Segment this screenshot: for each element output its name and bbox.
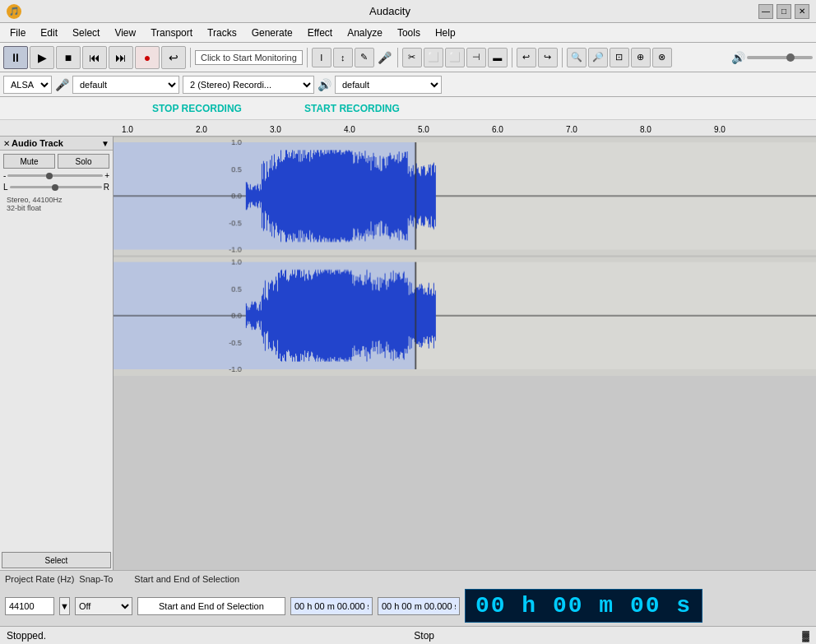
- gain-slider-thumb[interactable]: [46, 173, 53, 179]
- track-close-button[interactable]: ✕: [3, 139, 10, 148]
- timeline-ruler: 1.0 2.0 3.0 4.0 5.0 6.0 7.0 8.0 9.0: [0, 120, 816, 137]
- track-area: ✕ Audio Track ▼ Mute Solo - + L R: [0, 137, 816, 570]
- zoom-in-button[interactable]: 🔍: [567, 48, 586, 67]
- gain-plus-label: +: [104, 171, 109, 180]
- trim-button[interactable]: ⊣: [466, 48, 486, 67]
- stop-label: Stop: [414, 630, 434, 642]
- pause-button[interactable]: ⏸: [3, 46, 28, 69]
- maximize-button[interactable]: □: [777, 4, 791, 19]
- solo-button[interactable]: Solo: [58, 154, 109, 169]
- menu-help[interactable]: Help: [429, 25, 462, 40]
- toolbar-separator-3: [397, 48, 398, 67]
- zoom-out-button[interactable]: 🔎: [588, 48, 608, 67]
- track-info: Stereo, 44100Hz 32-bit float: [3, 194, 109, 214]
- window-controls[interactable]: — □ ✕: [758, 4, 809, 19]
- speaker-icon: 🔊: [731, 51, 745, 64]
- mute-button[interactable]: Mute: [3, 154, 55, 169]
- menu-transport[interactable]: Transport: [144, 25, 199, 40]
- record-dot-icon: ●: [144, 51, 151, 64]
- monitoring-tooltip[interactable]: Click to Start Monitoring: [195, 50, 303, 65]
- transport-toolbar: ⏸ ▶ ■ ⏮ ⏭ ● ↩ Click to Start Monitoring …: [0, 43, 816, 72]
- snap-select[interactable]: Off: [75, 597, 132, 615]
- menu-analyze[interactable]: Analyze: [341, 25, 389, 40]
- track-dropdown-button[interactable]: ▼: [101, 139, 109, 148]
- annotation-row: STOP RECORDING START RECORDING: [0, 97, 816, 120]
- selection-type-label: Start and End of Selection: [134, 574, 239, 584]
- zoom-sel-button[interactable]: ⊕: [631, 48, 651, 67]
- menu-select[interactable]: Select: [66, 25, 106, 40]
- toolbar-separator-2: [307, 48, 308, 67]
- selection-end-input[interactable]: [378, 597, 460, 615]
- title-bar-left: 🎵: [7, 4, 21, 19]
- pan-slider-thumb[interactable]: [52, 184, 58, 191]
- selection-tool-button[interactable]: I: [312, 48, 332, 67]
- app-icon: 🎵: [7, 4, 21, 19]
- ruler-mark-4: 4.0: [344, 125, 355, 134]
- host-select[interactable]: ALSA: [3, 76, 52, 94]
- project-rate-dropdown[interactable]: ▼: [59, 597, 70, 615]
- fit-button[interactable]: ⊡: [610, 48, 629, 67]
- cut-button[interactable]: ✂: [402, 48, 422, 67]
- project-rate-input[interactable]: [5, 597, 54, 615]
- gain-row: - +: [3, 171, 109, 180]
- stop-recording-annotation: STOP RECORDING: [152, 103, 242, 114]
- track-controls: Mute Solo - + L R Stereo, 44100Hz 32-bit…: [0, 151, 113, 217]
- output-device-select[interactable]: default: [335, 76, 442, 94]
- toolbar-separator-1: [190, 48, 191, 67]
- menu-view[interactable]: View: [108, 25, 142, 40]
- pan-left-label: L: [3, 183, 8, 192]
- menu-tracks[interactable]: Tracks: [201, 25, 243, 40]
- track-info-text: Stereo, 44100Hz: [7, 196, 106, 204]
- skip-end-button[interactable]: ⏭: [109, 46, 133, 69]
- track-select-button[interactable]: Select: [2, 552, 111, 568]
- paste-button[interactable]: ⬜: [445, 48, 465, 67]
- ruler-marks-container: 1.0 2.0 3.0 4.0 5.0 6.0 7.0 8.0 9.0: [114, 120, 816, 136]
- pan-right-label: R: [104, 183, 109, 192]
- silence-button[interactable]: ▬: [488, 48, 508, 67]
- menu-generate[interactable]: Generate: [245, 25, 299, 40]
- output-volume-thumb[interactable]: [786, 53, 795, 62]
- selection-type-button[interactable]: Start and End of Selection: [137, 597, 285, 615]
- gain-slider[interactable]: [7, 174, 103, 177]
- pan-slider[interactable]: [10, 186, 102, 188]
- envelope-tool-button[interactable]: ↕: [333, 48, 353, 67]
- track-panel: ✕ Audio Track ▼ Mute Solo - + L R: [0, 137, 114, 570]
- empty-track-area: [114, 376, 816, 570]
- skip-start-button[interactable]: ⏮: [82, 46, 107, 69]
- start-recording-annotation: START RECORDING: [304, 103, 400, 114]
- input-device-select[interactable]: default: [72, 76, 179, 94]
- track-info-bitdepth: 32-bit float: [7, 204, 106, 212]
- copy-button[interactable]: ⬜: [424, 48, 443, 67]
- menu-tools[interactable]: Tools: [391, 25, 427, 40]
- gain-minus-label: -: [3, 171, 6, 180]
- stop-button[interactable]: ■: [56, 46, 81, 69]
- output-volume-slider[interactable]: [747, 56, 813, 59]
- stopped-status: Stopped.: [7, 630, 46, 642]
- ruler-mark-2: 2.0: [196, 125, 207, 134]
- ruler-mark-6: 6.0: [492, 125, 503, 134]
- minimize-button[interactable]: —: [758, 4, 773, 19]
- title-bar: 🎵 Audacity — □ ✕: [0, 0, 816, 23]
- menu-file[interactable]: File: [3, 25, 32, 40]
- waveform-area: [114, 137, 816, 570]
- record-button[interactable]: ●: [135, 46, 160, 69]
- microphone-icon: 🎤: [378, 51, 392, 64]
- bottom-bar: Project Rate (Hz) Snap-To Start and End …: [0, 570, 816, 626]
- select-btn-area: Select: [0, 550, 113, 570]
- menu-edit[interactable]: Edit: [34, 25, 64, 40]
- channels-select[interactable]: 2 (Stereo) Recordi...: [183, 76, 314, 94]
- zoom-toggle-button[interactable]: ⊗: [652, 48, 672, 67]
- menu-effect[interactable]: Effect: [301, 25, 339, 40]
- draw-tool-button[interactable]: ✎: [355, 48, 374, 67]
- close-button[interactable]: ✕: [795, 4, 809, 19]
- mic-icon: 🎤: [55, 78, 69, 91]
- device-bar: ALSA 🎤 default 2 (Stereo) Recordi... 🔊 d…: [0, 72, 816, 97]
- ruler-mark-5: 5.0: [418, 125, 429, 134]
- play-button[interactable]: ▶: [30, 46, 54, 69]
- selection-start-input[interactable]: [290, 597, 373, 615]
- undo-button[interactable]: ↩: [517, 48, 536, 67]
- loop-button[interactable]: ↩: [161, 46, 186, 69]
- redo-button[interactable]: ↪: [538, 48, 558, 67]
- waveform-canvas[interactable]: [114, 137, 816, 376]
- toolbar-separator-4: [512, 48, 512, 67]
